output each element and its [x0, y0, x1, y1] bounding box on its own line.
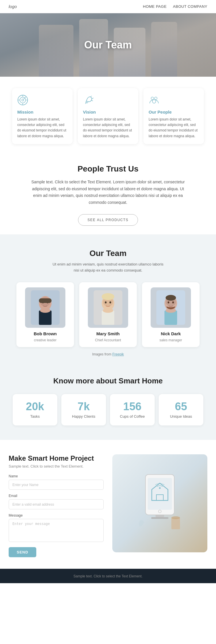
freepik-link[interactable]: Freepik — [112, 352, 124, 356]
team-member-nick: Nick Dark sales manager — [142, 282, 200, 347]
svg-point-2 — [22, 99, 24, 101]
vision-icon — [83, 95, 133, 107]
nav-home[interactable]: HOME PAGE — [143, 4, 166, 9]
nav-about[interactable]: ABOUT COMPANY — [173, 4, 207, 9]
team-grid: Bob Brown creative leader Mary Smit — [9, 282, 207, 347]
message-field-group: Message — [9, 513, 104, 543]
svg-rect-19 — [39, 298, 52, 303]
contact-form-side: Make Smart Home Project Sample text. Cli… — [9, 454, 104, 557]
name-label: Name — [9, 474, 104, 478]
freepik-note: Images from Freepik — [9, 352, 207, 356]
stats-title: Know more about Smart Home — [9, 376, 207, 385]
stat-tasks-label: Tasks — [17, 414, 53, 419]
footer: Sample text. Click to select the Text El… — [0, 569, 216, 583]
feature-vision: Vision Lorem ipsum dolor sit amet, conse… — [78, 88, 138, 144]
stat-coffee-label: Cups of Coffee — [114, 414, 151, 419]
team-section: Our Team Ut enim ad minim veniam, quis n… — [0, 234, 216, 362]
people-title: Our People — [149, 110, 199, 114]
feature-people: Our People Lorem ipsum dolor sit amet, c… — [143, 88, 204, 144]
people-icon — [149, 95, 199, 107]
team-member-bob: Bob Brown creative leader — [16, 282, 74, 347]
vision-title: Vision — [83, 110, 133, 114]
svg-point-16 — [40, 308, 50, 313]
svg-point-11 — [155, 97, 157, 100]
team-title: Our Team — [9, 249, 207, 258]
stat-ideas-label: Unique Ideas — [163, 414, 199, 419]
stat-clients-label: Happy Clients — [65, 414, 102, 419]
svg-point-33 — [168, 301, 169, 303]
features-section: Mission Lorem ipsum dolor sit amet, cons… — [0, 77, 216, 150]
bob-photo — [25, 287, 65, 328]
team-member-mary: Mary Smith Chief Accountant — [79, 282, 137, 347]
trust-title: People Trust Us — [9, 164, 207, 174]
smart-home-svg — [128, 466, 192, 541]
stats-section: Know more about Smart Home 20k Tasks 7k … — [0, 362, 216, 440]
feature-mission: Mission Lorem ipsum dolor sit amet, cons… — [12, 88, 73, 144]
svg-point-10 — [151, 97, 154, 100]
stats-grid: 20k Tasks 7k Happy Clients 156 Cups of C… — [9, 394, 207, 425]
bob-name: Bob Brown — [20, 331, 70, 336]
stat-coffee: 156 Cups of Coffee — [110, 394, 155, 425]
logo: logo — [9, 4, 17, 9]
stat-tasks-number: 20k — [17, 401, 53, 412]
mission-icon — [17, 95, 67, 107]
navigation: logo HOME PAGE ABOUT COMPANY — [0, 0, 216, 13]
email-input[interactable] — [9, 499, 104, 509]
stat-clients: 7k Happy Clients — [61, 394, 106, 425]
name-field-group: Name — [9, 474, 104, 490]
svg-point-25 — [105, 301, 107, 303]
contact-section: Make Smart Home Project Sample text. Cli… — [0, 440, 216, 569]
contact-image-side — [112, 454, 207, 552]
trust-section: People Trust Us Sample text. Click to se… — [0, 150, 216, 234]
vision-text: Lorem ipsum dolor sit amet, consectetur … — [83, 117, 133, 139]
mission-title: Mission — [17, 110, 67, 114]
footer-text: Sample text. Click to select the Text El… — [73, 574, 143, 578]
svg-point-35 — [166, 295, 176, 301]
bob-role: creative leader — [34, 338, 57, 342]
trust-description: Sample text. Click to select the Text El… — [27, 179, 189, 206]
mary-role: Chief Accountant — [95, 338, 121, 342]
svg-point-34 — [172, 301, 174, 303]
see-all-button[interactable]: SEE ALL PRODUCTS — [78, 214, 138, 226]
team-subtitle: Ut enim ad minim veniam, quis nostrud ex… — [50, 261, 166, 274]
contact-subtitle: Sample text. Click to select the Text El… — [9, 464, 104, 468]
mission-text: Lorem ipsum dolor sit amet, consectetur … — [17, 117, 67, 139]
svg-point-24 — [103, 308, 113, 313]
smart-home-image — [112, 454, 207, 552]
stat-clients-number: 7k — [65, 401, 102, 412]
message-input[interactable] — [9, 519, 104, 542]
svg-rect-44 — [171, 518, 180, 529]
message-label: Message — [9, 513, 104, 517]
hero-section: Our Team — [0, 13, 216, 77]
stat-ideas-number: 65 — [163, 401, 199, 412]
svg-rect-42 — [156, 515, 164, 517]
stat-tasks: 20k Tasks — [13, 394, 57, 425]
nick-role: sales manager — [160, 338, 182, 342]
stat-coffee-number: 156 — [114, 401, 151, 412]
stat-ideas: 65 Unique Ideas — [159, 394, 203, 425]
nick-photo — [151, 287, 191, 328]
svg-point-26 — [109, 301, 111, 303]
svg-point-45 — [171, 516, 180, 519]
svg-point-40 — [159, 487, 161, 489]
send-button[interactable]: SEND — [9, 547, 36, 557]
features-grid: Mission Lorem ipsum dolor sit amet, cons… — [9, 88, 207, 144]
contact-title: Make Smart Home Project — [9, 454, 104, 462]
people-text: Lorem ipsum dolor sit amet, consectetur … — [149, 117, 199, 139]
mary-photo — [88, 287, 128, 328]
svg-rect-43 — [151, 517, 168, 519]
nav-links: HOME PAGE ABOUT COMPANY — [143, 4, 207, 9]
hero-title: Our Team — [84, 39, 132, 51]
name-input[interactable] — [9, 480, 104, 490]
email-label: Email — [9, 494, 104, 498]
email-field-group: Email — [9, 494, 104, 509]
mary-name: Mary Smith — [83, 331, 133, 336]
nick-name: Nick Dark — [146, 331, 196, 336]
